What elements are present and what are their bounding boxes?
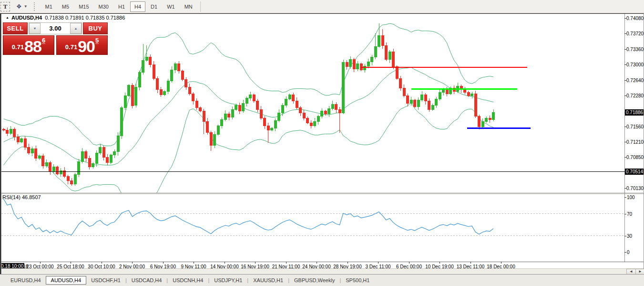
buy-price-point: 5 [95,37,99,44]
tab-xauusd-h1[interactable]: XAUUSD,H1 [248,276,288,285]
buy-price-box[interactable]: 0.71 90 5 [56,35,108,55]
toolbar-grip-handle[interactable] [34,2,37,11]
price-axis-label: 0.71560 [626,124,644,129]
timeframe-button-mn[interactable]: MN [180,1,197,12]
sell-button[interactable]: SELL [3,22,28,34]
chart-title: ▲AUDUSD,H40.71838 0.71891 0.71835 0.7188… [6,15,125,21]
sell-price-point: 6 [42,37,45,44]
price-axis-label: 0.73360 [626,47,644,52]
indicator-arrows-button[interactable]: ❖ ▼ [15,2,29,11]
chevron-down-icon: ▼ [24,4,28,9]
expand-triangle-icon[interactable]: ▲ [6,16,9,19]
tab-eurusd-h4[interactable]: EURUSD,H4 [6,276,46,285]
one-click-trading-panel: SELL ▼ 3.00 ▲ BUY 0.71 88 6 0.71 90 5 [3,22,108,55]
trading-terminal: T ❖ ▼ M1M5M15M30H1H4D1W1MN ▲AUDUSD,H40.7… [0,0,644,286]
price-axis-label: 0.72280 [626,93,644,98]
tab-usdcnh-h4[interactable]: USDCNH,H4 [168,276,208,285]
price-badge: 0.70514 [625,169,644,175]
timeframe-button-m15[interactable]: M15 [74,1,93,12]
symbol-tab-bar: EURUSD,H4AUDUSD,H4USDCHF,H1|USDCAD,H4|US… [0,274,644,286]
price-axis-label: 0.70130 [626,186,644,191]
rsi-axis-label: 30 [627,233,632,239]
price-axis-label: 0.70850 [626,155,644,160]
price-axis-label: 0.73000 [626,62,644,67]
volume-stepper: ▼ 3.00 ▲ [29,22,82,34]
top-toolbar: T ❖ ▼ M1M5M15M30H1H4D1W1MN [0,0,644,13]
tab-usdjpy-h1[interactable]: USDJPY,H1 [209,276,247,285]
timeframe-button-h1[interactable]: H1 [114,1,129,12]
tab-gbpusd-weekly[interactable]: GBPUSD,Weekly [289,276,339,285]
tab-usdchf-h1[interactable]: USDCHF,H1 [86,276,125,285]
volume-increase-button[interactable]: ▲ [70,23,82,34]
volume-decrease-button[interactable]: ▼ [29,23,41,34]
buy-price-prefix: 0.71 [65,41,77,53]
timeframe-button-h4[interactable]: H4 [130,1,145,12]
tab-usdcad-h4[interactable]: USDCAD,H4 [127,276,167,285]
timeframe-button-m5[interactable]: M5 [58,1,73,12]
volume-field[interactable]: 3.00 [41,23,70,34]
price-axis-label: 0.71210 [626,139,644,145]
text-tool-button[interactable]: T [0,2,10,11]
timeframe-button-w1[interactable]: W1 [163,1,179,12]
sell-price-prefix: 0.71 [12,41,24,53]
rsi-axis-label: 100 [627,195,635,200]
timeframe-toolbar: M1M5M15M30H1H4D1W1MN [41,0,197,13]
tab-audusd-h4[interactable]: AUDUSD,H4 [46,276,87,285]
timeframe-button-m30[interactable]: M30 [94,1,113,12]
sell-price-pips: 88 [24,39,41,53]
arrows-icon: ❖ [16,3,22,10]
chart-ohlc-values: 0.71838 0.71891 0.71835 0.71886 [45,15,125,21]
price-badge: 0.71886 [625,109,644,116]
buy-button[interactable]: BUY [83,22,108,34]
sell-price-box[interactable]: 0.71 88 6 [3,35,54,55]
rsi-indicator-label: RSI(14) 46.8507 [2,194,41,200]
price-axis-label: 0.72640 [626,78,644,83]
price-axis-label: 0.73720 [626,31,644,36]
rsi-axis-label: 0 [627,250,630,255]
tab-sp500-h1[interactable]: SP500,H1 [341,276,374,285]
price-axis-label: 0.74080 [626,16,644,21]
timeframe-button-d1[interactable]: D1 [146,1,162,12]
chart-pane-left-border [1,14,1,274]
chart-symbol-period: AUDUSD,H4 [11,15,42,21]
rsi-axis-label: 70 [627,212,632,217]
buy-price-pips: 90 [78,39,95,53]
timeframe-button-m1[interactable]: M1 [41,1,57,12]
toolbar-separator [200,1,201,12]
